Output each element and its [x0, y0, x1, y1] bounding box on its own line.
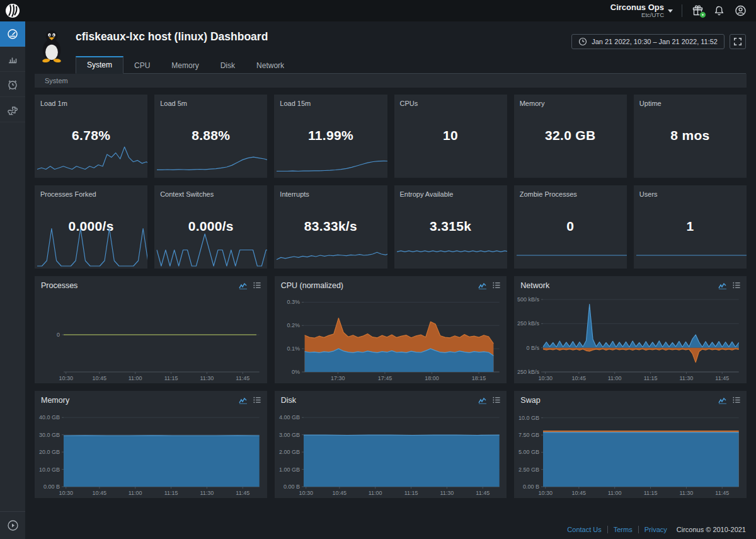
stat-card-load-5m: Load 5m 8.88%: [154, 95, 267, 178]
stat-card-load-15m: Load 15m 11.99%: [274, 95, 387, 178]
context-switches-sparkline: [156, 222, 267, 267]
svg-text:11:15: 11:15: [644, 375, 658, 381]
view-graph-button[interactable]: [718, 397, 727, 404]
svg-text:11:45: 11:45: [236, 375, 249, 381]
stat-card-uptime: Uptime 8 mos: [634, 95, 747, 178]
panel-title: Disk: [281, 396, 296, 405]
view-legend-button[interactable]: [253, 396, 261, 404]
time-range-button[interactable]: Jan 21 2022, 10:30 – Jan 21 2022, 11:52: [571, 34, 724, 49]
terms-link[interactable]: Terms: [614, 526, 633, 533]
tux-penguin-icon: [38, 29, 66, 63]
svg-text:0 B/s: 0 B/s: [527, 345, 540, 351]
tab-network[interactable]: Network: [246, 58, 295, 74]
view-graph-button[interactable]: [239, 397, 248, 404]
view-legend-button[interactable]: [253, 281, 261, 289]
stat-card-processes-forked: Processes Forked 0.000/s: [35, 185, 147, 269]
panel-processes: Processes 010:3010:4511:0011:1511:3011:4…: [35, 276, 267, 383]
account-menu[interactable]: Circonus Ops Etc/UTC: [610, 3, 673, 19]
view-graph-button[interactable]: [478, 282, 487, 289]
panel-memory: Memory 40.0 GB30.0 GB20.0 GB10.0 GB0.00 …: [35, 391, 267, 498]
svg-text:20.0 GB: 20.0 GB: [39, 449, 60, 455]
whats-new-button[interactable]: [691, 4, 704, 17]
panel-disk: Disk 4.00 GB3.00 GB2.00 GB1.00 GB0.00 B1…: [275, 391, 507, 498]
stat-label: Interrupts: [280, 190, 309, 198]
svg-text:17:30: 17:30: [331, 375, 345, 381]
svg-text:10:45: 10:45: [93, 490, 107, 496]
sidebar-expand-toggle[interactable]: [0, 511, 25, 539]
account-name: Circonus Ops: [610, 3, 664, 12]
tab-cpu[interactable]: CPU: [123, 58, 161, 74]
view-graph-button[interactable]: [239, 282, 248, 289]
panel-title: Memory: [41, 396, 69, 405]
svg-text:10:30: 10:30: [59, 490, 73, 496]
svg-text:1.00 GB: 1.00 GB: [279, 467, 300, 473]
svg-text:11:15: 11:15: [164, 490, 178, 496]
circonus-logo[interactable]: [0, 0, 25, 21]
view-legend-button[interactable]: [732, 396, 741, 404]
main-content: cfiskeaux-lxc host (linux) Dashboard Sys…: [25, 21, 756, 539]
processes-chart[interactable]: 010:3010:4511:0011:1511:3011:45: [35, 294, 267, 383]
panel-title: Swap: [520, 396, 540, 405]
page-footer: Contact Us Terms Privacy Circonus © 2010…: [567, 526, 746, 533]
stat-value: 32.0 GB: [514, 128, 627, 143]
swap-chart[interactable]: 10.0 GB7.50 GB5.00 GB2.50 GB0.00 B10:301…: [514, 409, 747, 498]
svg-text:18:00: 18:00: [425, 375, 439, 381]
svg-text:500 kB/s: 500 kB/s: [517, 296, 540, 303]
cpu-normalized-chart[interactable]: 0.3%0.2%0.1%0%17:3017:4518:0018:15: [275, 294, 507, 383]
svg-text:17:45: 17:45: [377, 375, 392, 381]
load-15m-sparkline: [276, 141, 387, 177]
stat-label: Zombie Processes: [520, 190, 577, 198]
tab-system[interactable]: System: [76, 56, 123, 74]
contact-us-link[interactable]: Contact Us: [567, 526, 601, 533]
svg-text:0.00 B: 0.00 B: [523, 484, 539, 490]
view-legend-button[interactable]: [492, 281, 501, 289]
svg-text:11:00: 11:00: [368, 490, 382, 496]
view-legend-button[interactable]: [492, 396, 501, 404]
svg-text:4.00 GB: 4.00 GB: [279, 414, 300, 420]
privacy-link[interactable]: Privacy: [644, 526, 667, 533]
network-chart[interactable]: 500 kB/s250 kB/s0 B/s250 kB/s10:3010:451…: [514, 294, 747, 383]
tab-memory[interactable]: Memory: [161, 58, 209, 74]
line-chart-icon: [718, 282, 727, 289]
sidebar-item-alerts[interactable]: [0, 72, 25, 97]
svg-text:11:30: 11:30: [440, 490, 454, 496]
tab-disk[interactable]: Disk: [210, 58, 246, 74]
svg-text:0.00 B: 0.00 B: [43, 484, 60, 490]
stat-card-entropy: Entropy Available 3.315k: [394, 185, 507, 269]
sidebar-item-graphs[interactable]: [0, 47, 25, 72]
fullscreen-button[interactable]: [730, 34, 746, 49]
user-account-button[interactable]: [734, 4, 747, 17]
panel-swap: Swap 10.0 GB7.50 GB5.00 GB2.50 GB0.00 B1…: [514, 391, 747, 498]
line-chart-icon: [718, 397, 727, 404]
svg-text:11:00: 11:00: [608, 375, 622, 381]
panel-title: Processes: [41, 281, 77, 290]
panel-title: Network: [520, 281, 549, 290]
svg-text:11:15: 11:15: [164, 375, 178, 381]
caret-down-icon: [668, 9, 673, 13]
view-legend-button[interactable]: [732, 281, 741, 289]
panel-title: CPU (normalized): [281, 281, 343, 290]
view-graph-button[interactable]: [478, 397, 487, 404]
svg-text:2.50 GB: 2.50 GB: [518, 467, 539, 473]
user-icon: [734, 4, 747, 17]
svg-text:11:45: 11:45: [716, 490, 730, 496]
stat-card-memory: Memory 32.0 GB: [514, 95, 627, 178]
stat-card-context-switches: Context Switches 0.000/s: [154, 185, 267, 269]
svg-text:11:15: 11:15: [404, 490, 418, 496]
line-chart-icon: [239, 282, 248, 289]
sidebar-item-dashboards[interactable]: [0, 21, 25, 47]
disk-chart[interactable]: 4.00 GB3.00 GB2.00 GB1.00 GB0.00 B10:301…: [275, 409, 507, 498]
alerts-bell-button[interactable]: [713, 4, 725, 17]
memory-chart[interactable]: 40.0 GB30.0 GB20.0 GB10.0 GB0.00 B10:301…: [35, 409, 267, 498]
svg-text:11:00: 11:00: [608, 490, 622, 496]
sidebar-item-integrations[interactable]: [0, 97, 25, 122]
stat-label: Processes Forked: [40, 190, 96, 198]
footer-divider: [638, 526, 639, 533]
svg-text:11:30: 11:30: [680, 490, 694, 496]
svg-text:11:45: 11:45: [716, 375, 730, 381]
copyright-text: Circonus © 2010-2021: [677, 526, 746, 533]
view-graph-button[interactable]: [718, 282, 727, 289]
svg-text:10:45: 10:45: [332, 490, 346, 496]
svg-text:11:00: 11:00: [129, 490, 142, 496]
stat-label: Load 15m: [280, 100, 311, 107]
